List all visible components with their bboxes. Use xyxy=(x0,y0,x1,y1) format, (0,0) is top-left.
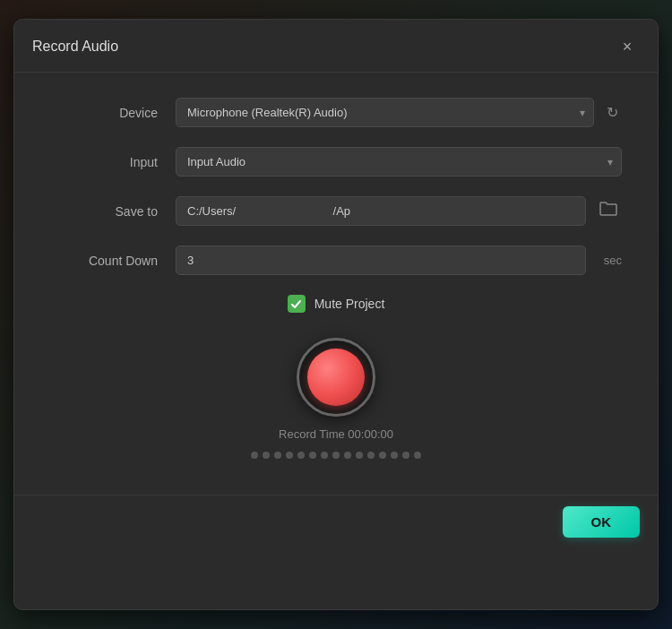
record-audio-dialog: Record Audio × Device Microphone (Realte… xyxy=(13,19,659,610)
device-select-wrapper: Microphone (Realtek(R) Audio) Default De… xyxy=(176,98,594,127)
countdown-label: Count Down xyxy=(50,254,158,268)
save-to-label: Save to xyxy=(50,204,158,219)
mute-row: Mute Project xyxy=(50,295,622,313)
dot-2 xyxy=(263,452,270,459)
dot-8 xyxy=(332,452,340,459)
save-to-control-wrap xyxy=(176,196,622,226)
mute-label: Mute Project xyxy=(314,297,385,311)
save-to-row: Save to xyxy=(50,196,622,226)
close-button[interactable]: × xyxy=(615,34,640,59)
device-select[interactable]: Microphone (Realtek(R) Audio) Default De… xyxy=(176,98,594,127)
dot-13 xyxy=(391,452,398,459)
input-control-wrap: Input Audio Output Audio ▾ xyxy=(176,147,622,177)
dot-9 xyxy=(344,452,351,459)
dot-4 xyxy=(286,452,293,459)
countdown-control-wrap: sec xyxy=(176,246,622,275)
browse-folder-button[interactable] xyxy=(595,197,622,225)
record-button[interactable] xyxy=(297,338,375,417)
input-row: Input Input Audio Output Audio ▾ xyxy=(50,147,622,177)
dot-11 xyxy=(367,452,375,459)
dialog-title: Record Audio xyxy=(32,39,118,55)
countdown-row: Count Down sec xyxy=(50,246,622,275)
dialog-header: Record Audio × xyxy=(14,20,658,73)
input-select-wrapper: Input Audio Output Audio ▾ xyxy=(176,147,622,177)
countdown-input[interactable] xyxy=(176,246,586,275)
sec-label: sec xyxy=(604,254,622,267)
record-time-display: Record Time 00:00:00 xyxy=(279,427,393,441)
dot-7 xyxy=(321,452,328,459)
input-label: Input xyxy=(50,155,158,169)
dialog-body: Device Microphone (Realtek(R) Audio) Def… xyxy=(14,73,658,495)
dot-14 xyxy=(402,452,409,459)
refresh-icon: ↻ xyxy=(607,104,618,121)
mute-checkbox[interactable] xyxy=(288,295,306,313)
dot-12 xyxy=(379,452,386,459)
progress-dots xyxy=(251,452,421,459)
dot-6 xyxy=(309,452,316,459)
device-control-wrap: Microphone (Realtek(R) Audio) Default De… xyxy=(176,98,622,127)
input-select[interactable]: Input Audio Output Audio xyxy=(176,147,622,177)
record-button-inner xyxy=(307,349,365,406)
ok-button[interactable]: OK xyxy=(563,506,641,538)
folder-icon xyxy=(599,201,618,221)
device-row: Device Microphone (Realtek(R) Audio) Def… xyxy=(50,98,622,127)
dot-10 xyxy=(356,452,363,459)
dot-3 xyxy=(274,452,281,459)
dot-1 xyxy=(251,452,258,459)
dialog-footer: OK xyxy=(14,495,658,552)
record-section: Record Time 00:00:00 xyxy=(50,338,622,459)
save-to-input[interactable] xyxy=(176,196,586,226)
dot-15 xyxy=(414,452,421,459)
device-label: Device xyxy=(50,106,158,120)
refresh-device-button[interactable]: ↻ xyxy=(603,100,622,125)
dot-5 xyxy=(297,452,305,459)
